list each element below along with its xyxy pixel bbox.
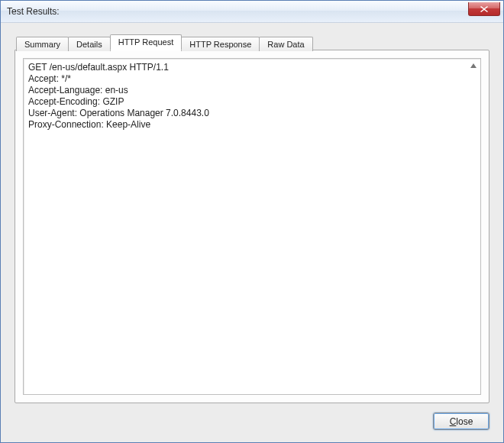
http-request-textbox[interactable]: GET /en-us/default.aspx HTTP/1.1 Accept:…	[23, 58, 481, 395]
titlebar[interactable]: Test Results:	[1, 1, 503, 23]
scroll-up-icon[interactable]	[468, 60, 479, 71]
tab-panel: GET /en-us/default.aspx HTTP/1.1 Accept:…	[15, 50, 489, 403]
tab-http-request[interactable]: HTTP Request	[110, 34, 183, 50]
close-window-button[interactable]	[468, 2, 500, 16]
tab-http-response[interactable]: HTTP Response	[181, 37, 260, 51]
close-button-rest: lose	[456, 416, 473, 427]
dialog-window: Test Results: Summary Details HTTP Reque…	[0, 0, 504, 443]
tab-details[interactable]: Details	[68, 37, 111, 51]
window-title: Test Results:	[7, 6, 60, 17]
client-area: Summary Details HTTP Request HTTP Respon…	[1, 23, 503, 442]
close-icon	[480, 6, 488, 12]
http-request-content: GET /en-us/default.aspx HTTP/1.1 Accept:…	[28, 62, 467, 131]
tabstrip: Summary Details HTTP Request HTTP Respon…	[15, 34, 489, 50]
tab-summary[interactable]: Summary	[16, 37, 69, 51]
close-button[interactable]: Close	[433, 412, 489, 430]
tab-raw-data[interactable]: Raw Data	[259, 37, 312, 51]
dialog-footer: Close	[15, 403, 489, 430]
